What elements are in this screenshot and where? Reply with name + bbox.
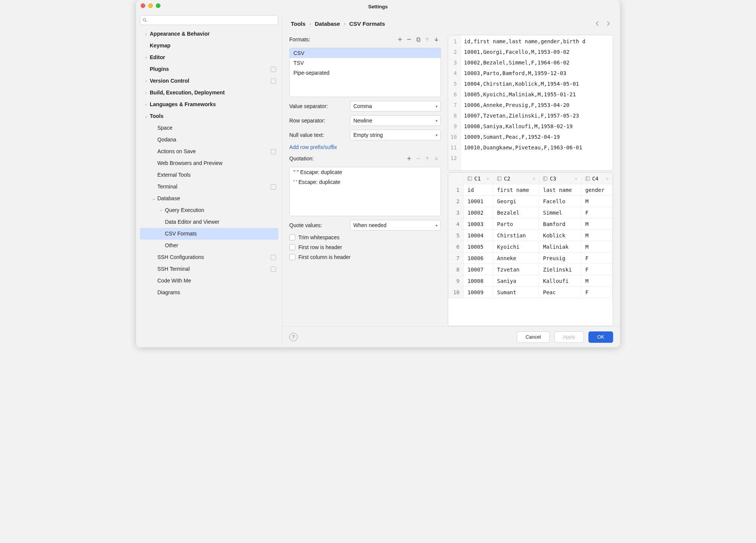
format-item[interactable]: TSV <box>290 58 441 68</box>
sidebar-item-space[interactable]: Space <box>140 122 278 134</box>
first-row-header-checkbox[interactable]: First row is header <box>289 244 441 250</box>
move-quotation-down-button[interactable] <box>432 154 441 163</box>
format-item[interactable]: CSV <box>290 48 441 58</box>
table-cell[interactable]: Zielinski <box>539 264 581 275</box>
move-format-up-button[interactable] <box>423 35 432 44</box>
table-row[interactable]: 1idfirst namelast namegender <box>449 184 613 196</box>
null-value-select[interactable]: Empty string▾ <box>350 130 441 140</box>
sidebar-item-editor[interactable]: ›Editor <box>140 52 278 63</box>
help-button[interactable]: ? <box>289 333 298 341</box>
sidebar-item-actions-on-save[interactable]: Actions on Save <box>140 146 278 157</box>
table-cell[interactable]: M <box>581 196 612 207</box>
table-cell[interactable]: Bamford <box>539 218 581 230</box>
table-cell[interactable]: F <box>581 207 612 218</box>
first-col-header-checkbox[interactable]: First column is header <box>289 254 441 260</box>
table-cell[interactable]: Koblick <box>539 230 581 241</box>
back-icon[interactable] <box>594 20 601 27</box>
table-cell[interactable]: F <box>581 253 612 264</box>
ok-button[interactable]: OK <box>588 331 613 343</box>
table-cell[interactable]: Sumant <box>493 287 539 298</box>
sidebar-item-terminal[interactable]: Terminal <box>140 181 278 193</box>
window-close-button[interactable] <box>141 3 145 8</box>
table-cell[interactable]: 10007 <box>464 264 493 275</box>
add-format-button[interactable] <box>395 35 405 44</box>
table-row[interactable]: 310002BezalelSimmelF <box>449 207 613 218</box>
apply-button[interactable]: Apply <box>554 331 584 343</box>
sidebar-item-version-control[interactable]: ›Version Control <box>140 75 278 87</box>
table-cell[interactable]: 10003 <box>464 218 493 230</box>
remove-format-button[interactable] <box>405 35 414 44</box>
sidebar-item-database[interactable]: ⌄Database <box>140 193 278 204</box>
table-cell[interactable]: Kalloufi <box>539 275 581 287</box>
table-cell[interactable]: M <box>581 230 612 241</box>
table-cell[interactable]: Chirstian <box>493 230 539 241</box>
table-row[interactable]: 1010009SumantPeacF <box>449 287 613 298</box>
breadcrumb-a[interactable]: Tools <box>291 20 306 27</box>
table-cell[interactable]: 10001 <box>464 196 493 207</box>
table-row[interactable]: 810007TzvetanZielinskiF <box>449 264 613 275</box>
table-cell[interactable]: Peac <box>539 287 581 298</box>
table-cell[interactable]: Kyoichi <box>493 241 539 253</box>
copy-format-button[interactable] <box>414 35 423 44</box>
table-cell[interactable]: Preusig <box>539 253 581 264</box>
window-zoom-button[interactable] <box>156 3 160 8</box>
sidebar-item-data-editor-and-viewer[interactable]: Data Editor and Viewer <box>140 216 278 228</box>
sidebar-item-plugins[interactable]: Plugins <box>140 63 278 75</box>
table-cell[interactable]: first name <box>493 184 539 196</box>
table-cell[interactable]: 10006 <box>464 253 493 264</box>
sidebar-item-ssh-terminal[interactable]: SSH Terminal <box>140 263 278 275</box>
quote-values-select[interactable]: When needed▾ <box>350 220 441 231</box>
table-cell[interactable]: id <box>464 184 493 196</box>
sidebar-item-code-with-me[interactable]: Code With Me <box>140 275 278 287</box>
format-item[interactable]: Pipe-separated <box>290 68 441 78</box>
table-cell[interactable]: Maliniak <box>539 241 581 253</box>
table-row[interactable]: 210001GeorgiFacelloM <box>449 196 613 207</box>
table-row[interactable]: 410003PartoBamfordM <box>449 218 613 230</box>
sidebar-item-external-tools[interactable]: External Tools <box>140 169 278 181</box>
settings-search[interactable] <box>140 15 278 25</box>
table-cell[interactable]: 10008 <box>464 275 493 287</box>
sidebar-item-other[interactable]: Other <box>140 240 278 251</box>
table-cell[interactable]: Anneke <box>493 253 539 264</box>
sidebar-item-web-browsers-and-preview[interactable]: Web Browsers and Preview <box>140 157 278 169</box>
table-cell[interactable]: M <box>581 241 612 253</box>
table-cell[interactable]: M <box>581 218 612 230</box>
move-quotation-up-button[interactable] <box>423 154 432 163</box>
add-row-prefix-link[interactable]: Add row prefix/suffix <box>289 144 441 150</box>
sidebar-item-query-execution[interactable]: ›Query Execution <box>140 204 278 216</box>
table-row[interactable]: 710006AnnekePreusigF <box>449 253 613 264</box>
column-header[interactable]: C4◇ <box>581 173 612 184</box>
sidebar-item-ssh-configurations[interactable]: SSH Configurations <box>140 251 278 263</box>
table-row[interactable]: 510004ChirstianKoblickM <box>449 230 613 241</box>
table-cell[interactable]: 10002 <box>464 207 493 218</box>
quotation-list[interactable]: " " Escape: duplicate' ' Escape: duplica… <box>289 167 441 216</box>
sidebar-item-diagrams[interactable]: Diagrams <box>140 287 278 298</box>
sidebar-item-appearance-behavior[interactable]: ›Appearance & Behavior <box>140 28 278 40</box>
quotation-rule[interactable]: ' ' Escape: duplicate <box>290 177 441 187</box>
table-cell[interactable]: Georgi <box>493 196 539 207</box>
trim-whitespaces-checkbox[interactable]: Trim whitespaces <box>289 234 441 240</box>
formats-list[interactable]: CSVTSVPipe-separated <box>289 48 441 97</box>
sidebar-item-tools[interactable]: ⌄Tools <box>140 110 278 122</box>
row-separator-select[interactable]: Newline▾ <box>350 115 441 126</box>
sidebar-item-qodana[interactable]: Qodana <box>140 134 278 146</box>
column-header[interactable]: C1◇ <box>464 173 493 184</box>
cancel-button[interactable]: Cancel <box>517 331 549 343</box>
table-cell[interactable]: Facello <box>539 196 581 207</box>
table-cell[interactable]: F <box>581 264 612 275</box>
table-cell[interactable]: Tzvetan <box>493 264 539 275</box>
table-row[interactable]: 910008SaniyaKalloufiM <box>449 275 613 287</box>
table-cell[interactable]: 10005 <box>464 241 493 253</box>
remove-quotation-button[interactable] <box>414 154 423 163</box>
table-cell[interactable]: last name <box>539 184 581 196</box>
sidebar-item-keymap[interactable]: Keymap <box>140 40 278 52</box>
table-cell[interactable]: Bezalel <box>493 207 539 218</box>
table-cell[interactable]: F <box>581 287 612 298</box>
table-cell[interactable]: gender <box>581 184 612 196</box>
table-cell[interactable]: 10004 <box>464 230 493 241</box>
breadcrumb-b[interactable]: Database <box>315 20 340 27</box>
sidebar-item-csv-formats[interactable]: CSV Formats <box>140 228 278 240</box>
table-row[interactable]: 610005KyoichiMaliniakM <box>449 241 613 253</box>
sidebar-item-build-execution-deployment[interactable]: ›Build, Execution, Deployment <box>140 87 278 99</box>
column-header[interactable]: C3◇ <box>539 173 581 184</box>
